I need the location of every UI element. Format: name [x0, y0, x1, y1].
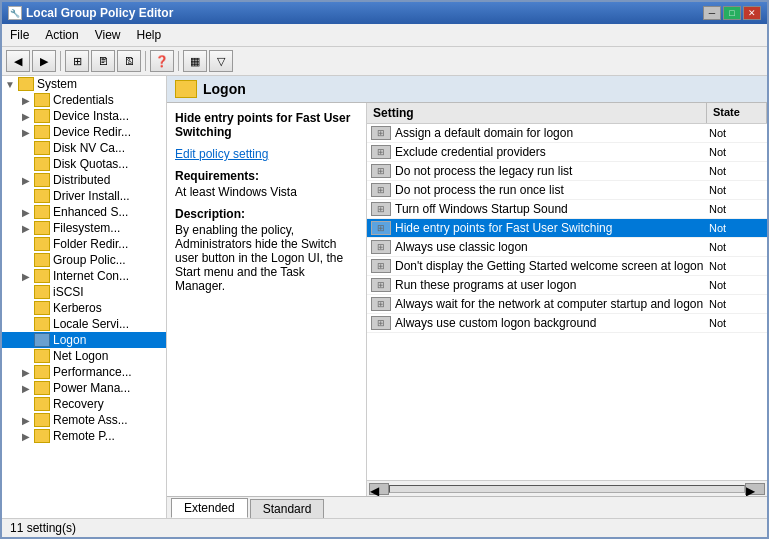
tree-item-device-redir[interactable]: ▶ Device Redir... — [2, 124, 166, 140]
list-row[interactable]: ⊞Do not process the run once listNot — [367, 181, 767, 200]
tree-item-group-policy[interactable]: Group Polic... — [2, 252, 166, 268]
tree-item-filesystem[interactable]: ▶ Filesystem... — [2, 220, 166, 236]
tree-label-device-redir: Device Redir... — [53, 125, 131, 139]
tab-extended[interactable]: Extended — [171, 498, 248, 518]
tree-item-folder-redir[interactable]: Folder Redir... — [2, 236, 166, 252]
list-row-icon: ⊞ — [371, 145, 391, 159]
folder-icon-folder-redir — [34, 237, 50, 251]
list-row-label: Assign a default domain for logon — [395, 126, 707, 140]
list-row[interactable]: ⊞Always wait for the network at computer… — [367, 295, 767, 314]
tree-item-kerberos[interactable]: Kerberos — [2, 300, 166, 316]
tree-panel: ▼ System ▶ Credentials ▶ Device Insta...… — [2, 76, 167, 518]
tree-item-system[interactable]: ▼ System — [2, 76, 166, 92]
menu-file[interactable]: File — [2, 26, 37, 44]
list-row-label: Always use classic logon — [395, 240, 707, 254]
tree-item-net-logon[interactable]: Net Logon — [2, 348, 166, 364]
menu-view[interactable]: View — [87, 26, 129, 44]
header-bar: Logon — [167, 76, 767, 103]
tree-label-system: System — [37, 77, 77, 91]
tree-item-iscsi[interactable]: iSCSI — [2, 284, 166, 300]
tree-label-credentials: Credentials — [53, 93, 114, 107]
print-button[interactable]: 🖹 — [91, 50, 115, 72]
tab-standard[interactable]: Standard — [250, 499, 325, 518]
tree-label-net-logon: Net Logon — [53, 349, 108, 363]
tree-expander-distributed: ▶ — [18, 175, 34, 186]
tree-item-remote-p[interactable]: ▶ Remote P... — [2, 428, 166, 444]
back-button[interactable]: ◀ — [6, 50, 30, 72]
tree-item-driver[interactable]: Driver Install... — [2, 188, 166, 204]
tree-expander-remote-p: ▶ — [18, 431, 34, 442]
menu-help[interactable]: Help — [129, 26, 170, 44]
desc-requirements-section: Requirements: At least Windows Vista — [175, 169, 358, 199]
forward-button[interactable]: ▶ — [32, 50, 56, 72]
tree-label-device-insta: Device Insta... — [53, 109, 129, 123]
tree-item-internet[interactable]: ▶ Internet Con... — [2, 268, 166, 284]
list-row-icon: ⊞ — [371, 316, 391, 330]
minimize-button[interactable]: ─ — [703, 6, 721, 20]
tree-item-disk-nv[interactable]: Disk NV Ca... — [2, 140, 166, 156]
folder-icon-device-redir — [34, 125, 50, 139]
list-row-state: Not — [707, 317, 767, 329]
list-row-label: Don't display the Getting Started welcom… — [395, 259, 707, 273]
tree-item-distributed[interactable]: ▶ Distributed — [2, 172, 166, 188]
folder-icon-disk-nv — [34, 141, 50, 155]
col-header-setting[interactable]: Setting — [367, 103, 707, 123]
tree-item-remote-ass[interactable]: ▶ Remote Ass... — [2, 412, 166, 428]
show-hide-button[interactable]: ⊞ — [65, 50, 89, 72]
title-bar-left: 🔧 Local Group Policy Editor — [8, 6, 173, 20]
tree-label-remote-p: Remote P... — [53, 429, 115, 443]
list-row[interactable]: ⊞Always use custom logon backgroundNot — [367, 314, 767, 333]
list-row[interactable]: ⊞Always use classic logonNot — [367, 238, 767, 257]
list-row[interactable]: ⊞Run these programs at user logonNot — [367, 276, 767, 295]
list-row-label: Run these programs at user logon — [395, 278, 707, 292]
description-label: Description: — [175, 207, 358, 221]
help-button[interactable]: ❓ — [150, 50, 174, 72]
tree-item-locale[interactable]: Locale Servi... — [2, 316, 166, 332]
menu-action[interactable]: Action — [37, 26, 86, 44]
list-row-state: Not — [707, 146, 767, 158]
tree-expander-enhanced: ▶ — [18, 207, 34, 218]
folder-icon-power — [34, 381, 50, 395]
list-row[interactable]: ⊞Don't display the Getting Started welco… — [367, 257, 767, 276]
list-row[interactable]: ⊞Exclude credential providersNot — [367, 143, 767, 162]
tree-item-disk-quotas[interactable]: Disk Quotas... — [2, 156, 166, 172]
tree-item-performance[interactable]: ▶ Performance... — [2, 364, 166, 380]
tree-item-power[interactable]: ▶ Power Mana... — [2, 380, 166, 396]
tree-item-credentials[interactable]: ▶ Credentials — [2, 92, 166, 108]
scroll-right-btn[interactable]: ▶ — [745, 483, 765, 495]
list-row-label: Turn off Windows Startup Sound — [395, 202, 707, 216]
tree-label-recovery: Recovery — [53, 397, 104, 411]
edit-policy-link[interactable]: Edit policy setting — [175, 147, 268, 161]
filter-button[interactable]: ▽ — [209, 50, 233, 72]
tree-label-performance: Performance... — [53, 365, 132, 379]
list-row[interactable]: ⊞Do not process the legacy run listNot — [367, 162, 767, 181]
scroll-track[interactable] — [389, 485, 745, 493]
list-row-icon: ⊞ — [371, 240, 391, 254]
tree-item-recovery[interactable]: Recovery — [2, 396, 166, 412]
desc-edit-link-area: Edit policy setting — [175, 147, 358, 161]
scroll-left-btn[interactable]: ◀ — [369, 483, 389, 495]
list-row-state: Not — [707, 127, 767, 139]
tree-label-folder-redir: Folder Redir... — [53, 237, 128, 251]
maximize-button[interactable]: □ — [723, 6, 741, 20]
folder-icon-kerberos — [34, 301, 50, 315]
tree-label-group-policy: Group Polic... — [53, 253, 126, 267]
folder-icon-remote-ass — [34, 413, 50, 427]
main-area: ▼ System ▶ Credentials ▶ Device Insta...… — [2, 76, 767, 518]
tree-expander-filesystem: ▶ — [18, 223, 34, 234]
tree-item-enhanced[interactable]: ▶ Enhanced S... — [2, 204, 166, 220]
close-button[interactable]: ✕ — [743, 6, 761, 20]
folder-icon-distributed — [34, 173, 50, 187]
folder-icon-group-policy — [34, 253, 50, 267]
tree-item-logon[interactable]: Logon — [2, 332, 166, 348]
view-button[interactable]: ▦ — [183, 50, 207, 72]
folder-icon-logon — [34, 333, 50, 347]
tree-item-device-insta[interactable]: ▶ Device Insta... — [2, 108, 166, 124]
list-row[interactable]: ⊞Hide entry points for Fast User Switchi… — [367, 219, 767, 238]
col-header-state[interactable]: State — [707, 103, 767, 123]
list-row[interactable]: ⊞Assign a default domain for logonNot — [367, 124, 767, 143]
list-row[interactable]: ⊞Turn off Windows Startup SoundNot — [367, 200, 767, 219]
export-button[interactable]: 🖻 — [117, 50, 141, 72]
horizontal-scrollbar[interactable]: ◀ ▶ — [367, 480, 767, 496]
list-row-icon: ⊞ — [371, 126, 391, 140]
